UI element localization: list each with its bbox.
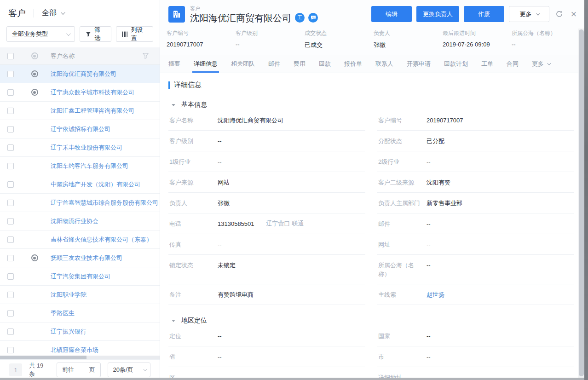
page-size-select[interactable]: 20条/页 xyxy=(108,363,150,377)
field-row: 2级行业-- xyxy=(377,151,574,172)
customer-row[interactable]: 北镇窟窿台菜市场 xyxy=(0,341,160,356)
invalidate-button[interactable]: 作废 xyxy=(464,6,504,22)
section-title: 详细信息 xyxy=(168,81,574,89)
customer-row[interactable]: 吉林省烽火信息技术有限公司（东泰） xyxy=(0,230,160,249)
row-checkbox[interactable] xyxy=(7,273,14,280)
customer-link[interactable]: 沈阳海优汇商贸有限公司 xyxy=(51,70,120,78)
row-checkbox[interactable] xyxy=(7,144,14,151)
customer-row[interactable]: 辽宁首嘉智慧城市综合服务股份有限公司 xyxy=(0,194,160,212)
vertical-scrollbar-thumb[interactable] xyxy=(579,29,584,376)
tab-contract[interactable]: 合同 xyxy=(507,55,519,73)
row-checkbox[interactable] xyxy=(7,71,14,77)
row-checkbox[interactable] xyxy=(7,328,14,335)
customer-row[interactable]: 沈阳车约客汽车服务有限公司 xyxy=(0,157,160,175)
tab-invoice-request[interactable]: 开票申请 xyxy=(407,55,431,73)
customer-link[interactable]: 辽宁汽贸集团有限公司 xyxy=(51,272,114,281)
main-lead-link[interactable]: 赵世扬 xyxy=(427,290,444,299)
section-bar xyxy=(168,81,170,89)
field-label: 1级行业 xyxy=(169,157,218,166)
row-checkbox[interactable] xyxy=(7,347,14,353)
customer-row[interactable]: 辽宁振兴银行 xyxy=(0,322,160,341)
scope-dropdown[interactable]: 全部 xyxy=(42,8,64,18)
row-checkbox[interactable] xyxy=(7,310,14,317)
customer-link[interactable]: 季路医生 xyxy=(51,309,78,317)
refresh-icon[interactable] xyxy=(554,9,564,19)
customer-link[interactable]: 抚顺三友农业技术有限公司 xyxy=(51,254,126,262)
customer-row[interactable]: 沈阳海优汇商贸有限公司 xyxy=(0,65,160,83)
business-type-select[interactable]: 全部业务类型 xyxy=(6,26,75,42)
page-number-button[interactable]: 1 xyxy=(9,363,22,376)
tab-work-order[interactable]: 工单 xyxy=(481,55,493,73)
customer-row[interactable]: 沈阳职业学院 xyxy=(0,286,160,304)
row-checkbox[interactable] xyxy=(7,126,14,132)
tab-summary[interactable]: 摘要 xyxy=(168,55,180,73)
customer-row[interactable]: 辽宁依诚招标有限公司 xyxy=(0,120,160,138)
field-value: -- xyxy=(427,352,431,361)
edit-button[interactable]: 编辑 xyxy=(371,6,412,22)
select-all-checkbox[interactable] xyxy=(7,53,14,59)
chat-bubble-icon[interactable] xyxy=(308,13,318,23)
goto-page-input[interactable]: 前往 页 xyxy=(57,363,100,377)
group-basic-info[interactable]: 基本信息 xyxy=(168,101,574,109)
customer-link[interactable]: 北镇窟窿台菜市场 xyxy=(51,346,102,354)
field-row: 国家-- xyxy=(377,326,574,346)
row-checkbox[interactable] xyxy=(7,218,14,225)
customer-link[interactable]: 沈阳物流行业协会 xyxy=(51,217,102,225)
customer-row[interactable]: 沈阳汇鑫工程管理咨询有限公司 xyxy=(0,102,160,120)
customer-link[interactable]: 中耀房地产开发（沈阳）有限公司 xyxy=(51,180,144,189)
customer-link[interactable]: 沈阳汇鑫工程管理咨询有限公司 xyxy=(51,107,138,115)
customer-link[interactable]: 沈阳职业学院 xyxy=(51,291,90,299)
tab-expense[interactable]: 费用 xyxy=(294,55,306,73)
more-button[interactable]: 更多 xyxy=(509,6,549,22)
close-icon[interactable]: × xyxy=(569,9,579,19)
row-checkbox[interactable] xyxy=(7,89,14,96)
tab-email[interactable]: 邮件 xyxy=(268,55,280,73)
customer-link[interactable]: 辽宁禾丰牧业股份有限公司 xyxy=(51,144,126,152)
row-checkbox[interactable] xyxy=(7,236,14,243)
field-label: 客户编号 xyxy=(378,116,427,125)
field-label: 2级行业 xyxy=(378,157,427,166)
row-checkbox[interactable] xyxy=(7,181,14,188)
vertical-scrollbar xyxy=(578,29,584,378)
field-row: 1级行业-- xyxy=(168,151,365,172)
tab-related-team[interactable]: 相关团队 xyxy=(231,55,255,73)
customer-row[interactable]: 沈阳物流行业协会 xyxy=(0,212,160,230)
column-settings-button[interactable]: 列设置 xyxy=(116,26,153,42)
background-window-edge xyxy=(584,0,588,380)
customer-row[interactable]: 辽宁惠众数字城市科技有限公司 xyxy=(0,83,160,102)
column-filter-icon[interactable] xyxy=(143,53,149,59)
tab-contacts[interactable]: 联系人 xyxy=(375,55,393,73)
customer-link[interactable]: 辽宁依诚招标有限公司 xyxy=(51,125,114,133)
customer-link[interactable]: 辽宁振兴银行 xyxy=(51,328,90,336)
customer-row[interactable]: 中耀房地产开发（沈阳）有限公司 xyxy=(0,175,160,194)
tab-payment[interactable]: 回款 xyxy=(319,55,331,73)
window-bottom-edge xyxy=(0,378,584,380)
group-region[interactable]: 地区定位 xyxy=(168,317,574,325)
field-label: 锁定状态 xyxy=(169,261,218,270)
row-checkbox[interactable] xyxy=(7,163,14,169)
crm-app: 客户 全部 全部业务类型 筛选 列设置 客户名称 xyxy=(0,0,588,380)
row-checkbox[interactable] xyxy=(7,292,14,298)
tab-payment-plan[interactable]: 回款计划 xyxy=(444,55,468,73)
customer-row[interactable]: 辽宁禾丰牧业股份有限公司 xyxy=(0,138,160,157)
customer-row[interactable]: 抚顺三友农业技术有限公司 xyxy=(0,249,160,267)
tab-detail-info[interactable]: 详细信息 xyxy=(194,55,218,73)
chevron-down-icon xyxy=(66,31,71,36)
customer-row[interactable]: 季路医生 xyxy=(0,304,160,322)
customer-link[interactable]: 沈阳车约客汽车服务有限公司 xyxy=(51,162,132,170)
horizontal-scrollbar-thumb[interactable] xyxy=(0,356,86,359)
row-checkbox[interactable] xyxy=(7,255,14,261)
row-checkbox[interactable] xyxy=(7,108,14,114)
tab-more[interactable]: 更多 xyxy=(532,55,550,73)
tab-quotation[interactable]: 报价单 xyxy=(344,55,362,73)
business-info-icon[interactable]: 工 xyxy=(295,13,305,23)
customer-list: 沈阳海优汇商贸有限公司 辽宁惠众数字城市科技有限公司 沈阳汇鑫工程管理咨询有限公… xyxy=(0,65,160,356)
field-row: 负责人主属部门新零售事业部 xyxy=(377,193,574,213)
customer-link[interactable]: 吉林省烽火信息技术有限公司（东泰） xyxy=(51,236,156,244)
row-checkbox[interactable] xyxy=(7,200,14,206)
customer-link[interactable]: 辽宁惠众数字城市科技有限公司 xyxy=(51,88,138,97)
customer-row[interactable]: 辽宁汽贸集团有限公司 xyxy=(0,267,160,286)
customer-link[interactable]: 辽宁首嘉智慧城市综合服务股份有限公司 xyxy=(51,199,160,207)
change-owner-button[interactable]: 更换负责人 xyxy=(416,6,459,22)
filter-button[interactable]: 筛选 xyxy=(80,26,111,42)
